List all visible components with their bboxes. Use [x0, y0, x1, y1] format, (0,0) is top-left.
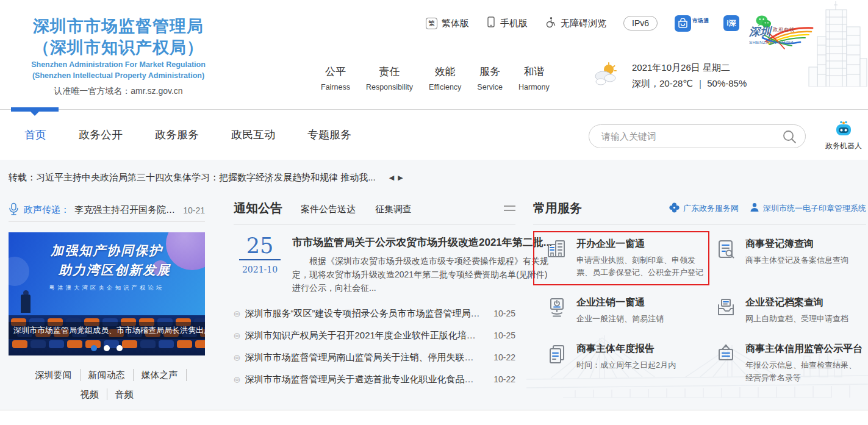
featured-month: 2021-10 — [234, 265, 286, 274]
notice-title[interactable]: 深圳市知识产权局关于召开2021年度企业软件正版化培训（第三期）... — [245, 330, 482, 341]
notice-title[interactable]: 深圳市市场监督管理局关于遴选首批专业化职业化食品安全检查员（... — [245, 374, 482, 385]
accessibility-label: 无障碍浏览 — [561, 18, 606, 29]
archive-tray-icon — [714, 296, 737, 320]
shichangtong-app-label: 市场通 — [692, 17, 709, 25]
search-box — [589, 124, 806, 148]
ishenzhen-app-icon[interactable]: i深 — [723, 15, 739, 31]
news-ticker: 转载：习近平主持中央政治局第三十四次集体学习：把握数字经济发展趋势和规律 推动我… — [9, 172, 403, 184]
report-pages-icon — [545, 343, 569, 366]
accessibility-link[interactable]: 无障碍浏览 — [545, 16, 606, 30]
nav-item-special-topics[interactable]: 专题服务 — [307, 127, 351, 142]
service-registration-archive-query[interactable]: 企业登记档案查询 网上自助查档、受理申请查档 — [709, 290, 866, 332]
service-business-cancellation[interactable]: 企业注销一窗通 企业一般注销、简易注销 — [533, 290, 709, 332]
gov-logo-en: SHENZHEN CHINA — [749, 40, 816, 45]
ticker-headline[interactable]: 转载：习近平主持中央政治局第三十四次集体学习：把握数字经济发展趋势和规律 推动我… — [9, 172, 376, 184]
shenzhen-gov-online-logo[interactable]: 深圳 政府在线 SHENZHEN CHINA — [749, 24, 816, 45]
ticker-prev-icon[interactable]: ◀ — [389, 174, 394, 182]
service-grid: 开办企业一窗通 申请营业执照、刻制印章、申领发票、员工参保登记、公积金开户登记 — [533, 231, 866, 391]
core-values-row: 公平 Fairness 责任 Responsibility 效能 Efficie… — [321, 65, 565, 91]
link-news-updates[interactable]: 新闻动态 — [81, 369, 134, 381]
list-item: ◎ 深圳市知识产权局关于召开2021年度企业软件正版化培训（第三期）... 10… — [234, 324, 515, 346]
news-category-links: 深圳要闻新闻动态媒体之声视频音频 — [18, 365, 196, 404]
nav-item-interaction[interactable]: 政民互动 — [231, 127, 275, 142]
partly-cloudy-icon — [593, 62, 619, 89]
link-shenzhen-news[interactable]: 深圳要闻 — [27, 369, 81, 381]
more-icon[interactable] — [504, 205, 515, 211]
search-input[interactable] — [601, 131, 782, 141]
featured-day: 25 — [234, 235, 286, 257]
left-column: 政声传递： 李克强主持召开国务院常务会议 ... 10-21 加强知产协同保护 … — [9, 199, 205, 404]
tab-case-announcements[interactable]: 案件公告送达 — [301, 204, 356, 215]
service-title: 商事主体信用监管公示平台 — [745, 343, 863, 355]
featured-notice: 25 2021-10 市市场监管局关于公示农贸市场升级改造2021年第二批...… — [234, 235, 515, 295]
service-open-business-one-window[interactable]: 开办企业一窗通 申请营业执照、刻制印章、申领发票、员工参保登记、公积金开户登记 — [533, 231, 709, 285]
gov-logo-cn: 深圳 — [749, 24, 771, 39]
active-tab-indicator — [11, 107, 59, 112]
nav-item-home[interactable]: 首页 — [24, 127, 46, 142]
tab-surveys[interactable]: 征集调查 — [375, 204, 412, 215]
value-en: Efficiency — [429, 83, 461, 91]
link-audio[interactable]: 音频 — [107, 388, 142, 401]
services-header: 常用服务 广东政务服务网 深圳市统一电子印章管理系统 — [533, 200, 866, 225]
notice-title[interactable]: 深圳市市场监督管理局南山监管局关于注销、停用失联单位特种设备... — [245, 352, 482, 363]
gov-logo-sub: 政府在线 — [773, 26, 795, 33]
org-name-en-line2: (Shenzhen Intellectual Property Administ… — [15, 71, 222, 80]
notice-list: ◎ 深圳市服务“双区”建设专项招录公务员市市场监督管理局拟录用人... 10-2… — [234, 302, 515, 390]
carousel-caption[interactable]: 深圳市市场监管局党组成员、市市场稽查局局长洪隽出席粤... — [9, 322, 205, 339]
shichangtong-app-link[interactable]: 市场通 — [675, 15, 709, 32]
robot-icon — [833, 129, 854, 139]
hanging-board-icon — [714, 343, 737, 366]
site-logo[interactable]: 深圳市市场监督管理局 （深圳市知识产权局） Shenzhen Administr… — [15, 16, 222, 97]
featured-notice-summary: 根据《深圳市农贸市场升级改造市级专项经费操作规程》有关规定，现将农贸市场升级改造… — [292, 254, 552, 295]
tab-notices[interactable]: 通知公告 — [234, 200, 282, 216]
link-media-voice[interactable]: 媒体之声 — [134, 369, 187, 381]
ipv6-badge[interactable]: IPv6 — [623, 16, 658, 30]
service-registry-book-query[interactable]: 商事登记簿查询 商事主体登记及备案信息查询 — [709, 231, 866, 273]
gov-robot-button[interactable]: 政务机器人 — [823, 120, 864, 151]
org-name-en-line1: Shenzhen Administration For Market Regul… — [15, 60, 222, 70]
notice-title[interactable]: 深圳市服务“双区”建设专项招录公务员市市场监督管理局拟录用人... — [245, 308, 482, 320]
value-en: Responsibility — [366, 83, 413, 91]
notice-date: 10-22 — [493, 352, 515, 362]
buildings-icon — [545, 238, 569, 261]
traditional-chinese-label: 繁体版 — [442, 18, 469, 29]
link-video[interactable]: 视频 — [73, 388, 107, 401]
nav-item-gov-services[interactable]: 政务服务 — [155, 127, 199, 142]
carousel-dot-3[interactable] — [117, 345, 123, 351]
main-navbar: 首页 政务公开 政务服务 政民互动 专题服务 政务机器人 — [0, 109, 868, 160]
list-item: ◎ 深圳市市场监督管理局关于遴选首批专业化职业化食品安全检查员（... 10-2… — [234, 368, 515, 390]
service-credit-supervision-platform[interactable]: 商事主体信用监管公示平台 年报公示信息、抽查检查结果、经营异常名录等 — [709, 336, 866, 390]
carousel-podium — [21, 295, 30, 313]
service-title: 开办企业一窗通 — [576, 238, 706, 251]
search-icon[interactable] — [782, 129, 797, 144]
notices-header: 通知公告 案件公告送达 征集调查 — [234, 200, 515, 225]
site-header: 深圳市市场监督管理局 （深圳市知识产权局） Shenzhen Administr… — [0, 0, 868, 109]
org-name-cn-line2: （深圳市知识产权局） — [15, 37, 222, 59]
gov-voice-label[interactable]: 政声传递： — [24, 204, 70, 216]
mobile-version-label: 手机版 — [500, 18, 528, 29]
page: 深圳市市场监督管理局 （深圳市知识产权局） Shenzhen Administr… — [0, 0, 868, 425]
value-cn: 公平 — [321, 65, 350, 79]
notice-date: 10-25 — [493, 309, 515, 318]
service-title: 企业登记档案查询 — [745, 296, 848, 309]
official-domain-note: 认准唯一官方域名：amr.sz.gov.cn — [15, 86, 222, 97]
service-annual-report[interactable]: 商事主体年度报告 时间：成立周年之日起2月内 — [533, 336, 709, 378]
traditional-chinese-link[interactable]: 繁 繁体版 — [426, 18, 469, 29]
eseal-system-link[interactable]: 深圳市统一电子印章管理系统 — [750, 202, 866, 215]
ticker-next-icon[interactable]: ▶ — [398, 174, 403, 182]
news-carousel[interactable]: 加强知产协同保护 助力湾区创新发展 粤港澳大湾区央企知识产权论坛 深圳 — [9, 232, 205, 355]
document-search-icon — [714, 238, 737, 261]
service-desc: 年报公示信息、抽查检查结果、经营异常名录等 — [745, 359, 863, 384]
list-item: ◎ 深圳市市场监督管理局南山监管局关于注销、停用失联单位特种设备... 10-2… — [234, 346, 515, 368]
featured-notice-title[interactable]: 市市场监管局关于公示农贸市场升级改造2021年第二批... — [292, 235, 552, 249]
value-en: Harmony — [518, 83, 550, 91]
mobile-version-link[interactable]: 手机版 — [486, 16, 528, 30]
carousel-dot-1[interactable] — [91, 345, 97, 351]
gov-voice-title[interactable]: 李克强主持召开国务院常务会议 ... — [74, 204, 177, 216]
carousel-dot-2[interactable] — [104, 345, 110, 351]
value-cn: 责任 — [366, 65, 413, 79]
service-desc: 申请营业执照、刻制印章、申领发票、员工参保登记、公积金开户登记 — [576, 254, 706, 279]
service-title: 商事主体年度报告 — [576, 343, 676, 355]
guangdong-gov-service-link[interactable]: 广东政务服务网 — [669, 202, 739, 215]
nav-item-gov-disclosure[interactable]: 政务公开 — [79, 127, 123, 142]
